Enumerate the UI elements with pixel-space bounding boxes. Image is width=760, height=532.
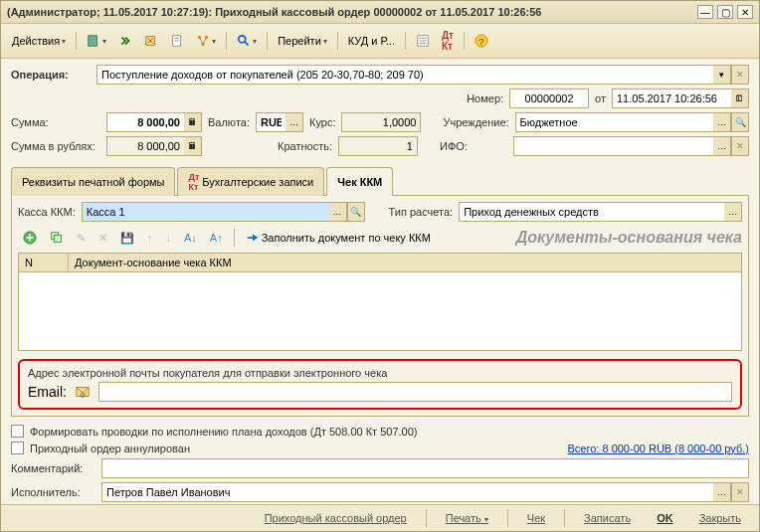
currency-select-button[interactable]: … (285, 112, 303, 132)
operation-clear[interactable]: ✕ (731, 65, 749, 85)
tab-bar: Реквизиты печатной формы ДтКтБухгалтерск… (11, 166, 749, 196)
copy-row-icon[interactable] (45, 228, 69, 248)
email-section-label: Адрес электронной почты покупателя для о… (28, 367, 732, 379)
add-row-icon[interactable] (18, 228, 42, 248)
dk-icon[interactable]: ДтКт (437, 27, 459, 55)
svg-rect-22 (54, 235, 61, 242)
kassa-field[interactable] (82, 202, 329, 222)
tab-accounting[interactable]: ДтКтБухгалтерские записи (177, 167, 324, 196)
docs-header: Документы-основания чека (516, 229, 742, 247)
sort-desc-icon[interactable]: A↑ (205, 229, 228, 247)
delete-row-icon[interactable]: ✕ (94, 229, 112, 248)
svg-text:?: ? (478, 36, 483, 47)
save-button[interactable]: Записать (574, 509, 641, 527)
kassa-label: Касса ККМ: (18, 206, 76, 218)
refresh-icon[interactable] (113, 31, 137, 51)
order-button[interactable]: Приходный кассовый ордер (255, 509, 417, 527)
email-field[interactable] (98, 382, 732, 402)
date-field[interactable] (612, 89, 731, 108)
footer: Приходный кассовый ордер Печать ▾ Чек За… (1, 504, 759, 531)
post-icon[interactable] (139, 31, 163, 51)
docs-table: N Документ-основание чека ККМ (18, 253, 742, 351)
tab-chek-kkm[interactable]: Чек ККМ (326, 167, 393, 196)
executor-clear-button[interactable]: ✕ (731, 482, 749, 502)
actions-menu[interactable]: Действия ▾ (7, 32, 71, 50)
help-icon[interactable]: ? (470, 31, 493, 51)
calculator2-icon[interactable]: 🖩 (184, 136, 202, 156)
institution-open-button[interactable]: 🔍 (731, 112, 749, 132)
maximize-button[interactable]: ▢ (717, 5, 733, 19)
table-body[interactable] (19, 272, 741, 350)
chek-button[interactable]: Чек (517, 509, 555, 527)
sum-rub-field (106, 136, 184, 156)
print-button[interactable]: Печать ▾ (436, 509, 498, 527)
multiplicity-label: Кратность: (278, 140, 332, 152)
structure-icon[interactable]: ▾ (191, 31, 221, 51)
sum-rub-label: Сумма в рублях: (11, 140, 100, 152)
move-down-icon[interactable]: ↓ (161, 229, 177, 247)
ok-button[interactable]: OK (647, 509, 683, 527)
institution-select-button[interactable]: … (713, 112, 731, 132)
save-icon[interactable]: 💾 (115, 229, 139, 248)
find-icon[interactable]: ▾ (232, 31, 262, 51)
chk2-label: Приходный ордер аннулирован (30, 443, 190, 454)
document-icon[interactable] (165, 31, 189, 51)
operation-label: Операция: (11, 69, 91, 81)
col-n[interactable]: N (19, 254, 69, 271)
close-footer-button[interactable]: Закрыть (689, 509, 751, 527)
executor-field[interactable] (101, 482, 713, 502)
executor-select-button[interactable]: … (713, 482, 731, 502)
email-label: Email: (28, 384, 67, 400)
sum-field[interactable] (106, 112, 184, 132)
move-up-icon[interactable]: ↑ (142, 229, 158, 247)
ifo-field[interactable] (513, 136, 713, 156)
edit-row-icon[interactable]: ✎ (72, 229, 91, 248)
kudir-button[interactable]: КУД и Р... (343, 32, 400, 50)
operation-select[interactable] (96, 65, 713, 85)
svg-rect-0 (89, 36, 97, 47)
svg-line-11 (245, 42, 249, 46)
minimize-button[interactable]: — (697, 5, 713, 19)
chk-annul[interactable] (11, 442, 24, 454)
tip-label: Тип расчета: (389, 206, 454, 218)
rate-field (341, 112, 421, 132)
number-field[interactable] (509, 89, 589, 108)
operation-dropdown[interactable]: ▾ (713, 65, 731, 85)
sort-asc-icon[interactable]: A↓ (179, 229, 202, 247)
calculator-icon[interactable]: 🖩 (184, 112, 202, 132)
rate-label: Курс: (309, 116, 335, 128)
comment-field[interactable] (101, 458, 749, 478)
institution-field[interactable] (515, 112, 713, 132)
kassa-select-button[interactable]: … (329, 202, 347, 222)
ifo-clear-button[interactable]: ✕ (731, 136, 749, 156)
fill-doc-button[interactable]: Заполнить документ по чеку ККМ (241, 228, 436, 248)
email-section: Адрес электронной почты покупателя для о… (18, 359, 742, 410)
currency-label: Валюта: (208, 116, 250, 128)
kassa-open-button[interactable]: 🔍 (347, 202, 365, 222)
total-link[interactable]: Всего: 8 000-00 RUB (8 000-00 руб.) (568, 443, 750, 454)
svg-line-8 (200, 38, 204, 45)
comment-label: Комментарий: (11, 462, 95, 474)
email-icon: @ (75, 384, 91, 400)
date-picker-button[interactable]: 🗓 (731, 89, 749, 108)
institution-label: Учреждение: (443, 116, 508, 128)
col-doc[interactable]: Документ-основание чека ККМ (69, 254, 741, 271)
tip-select-button[interactable]: … (724, 202, 742, 222)
ifo-label: ИФО: (440, 140, 507, 152)
tab-requisites[interactable]: Реквизиты печатной формы (11, 167, 175, 196)
report-icon[interactable]: ▾ (82, 31, 111, 51)
chk-form-provodki[interactable] (11, 425, 24, 438)
currency-field[interactable] (256, 112, 285, 132)
ifo-select-button[interactable]: … (713, 136, 731, 156)
tip-field[interactable] (459, 202, 724, 222)
svg-line-9 (203, 38, 207, 45)
window-title: (Администратор; 11.05.2017 10:27:19): Пр… (7, 6, 697, 18)
svg-point-10 (239, 36, 246, 43)
executor-label: Исполнитель: (11, 486, 95, 498)
main-toolbar: Действия ▾ ▾ ▾ ▾ Перейти ▾ КУД и Р... Дт… (1, 24, 759, 59)
goto-menu[interactable]: Перейти ▾ (273, 32, 332, 50)
sum-label: Сумма: (11, 116, 100, 128)
close-button[interactable]: ✕ (737, 5, 753, 19)
chk1-label: Формировать проводки по исполнению плана… (30, 426, 418, 438)
list-icon[interactable] (411, 31, 435, 51)
